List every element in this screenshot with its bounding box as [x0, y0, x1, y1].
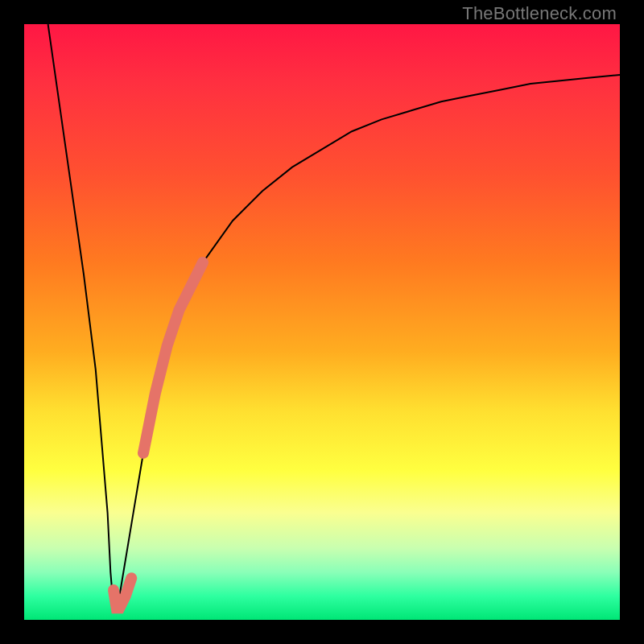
plot-area	[24, 24, 620, 620]
watermark-text: TheBottleneck.com	[462, 3, 617, 24]
series-bottleneck-curve	[48, 24, 620, 608]
curve-layer	[24, 24, 620, 620]
chart-frame: TheBottleneck.com	[0, 0, 644, 644]
series-highlight-segment	[143, 262, 203, 453]
